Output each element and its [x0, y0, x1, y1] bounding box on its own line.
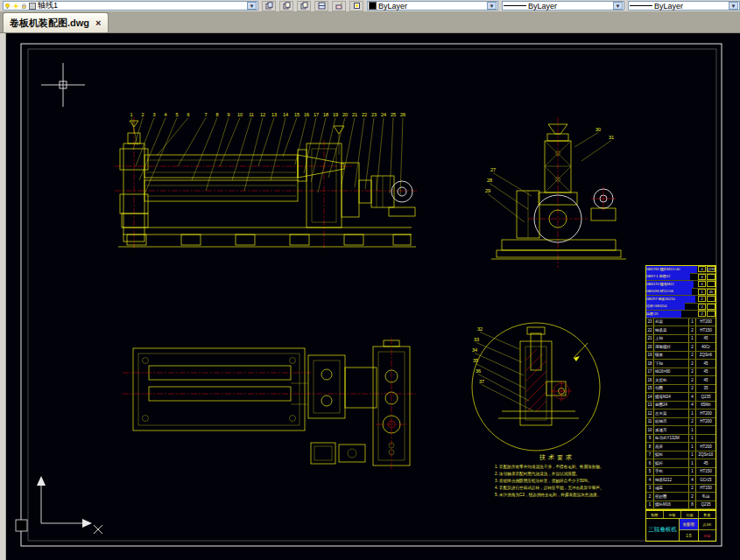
bom-row[interactable]: 4轴承62124GCr15 — [646, 476, 715, 485]
bom-row[interactable]: 3端盖2HT150 — [646, 485, 715, 494]
left-dock-strip[interactable] — [0, 33, 6, 560]
bom-highlighted-row[interactable]: 油杯 GB11542 — [646, 304, 715, 312]
bom-row[interactable]: 23机架1HT200 — [646, 318, 715, 327]
layer-dropdown[interactable]: 轴线1 ▼ — [3, 1, 258, 10]
bom-cell-mat: 45 — [696, 459, 715, 467]
bom-cell-mat: 45 — [696, 335, 715, 343]
layer-properties-button[interactable] — [262, 1, 276, 11]
bom-row[interactable]: 5手轮1HT150 — [646, 468, 715, 477]
bom-row[interactable]: 8底座1HT200 — [646, 443, 715, 452]
crosshair-cursor — [41, 63, 85, 107]
bom-row[interactable]: 14螺母M244Q235 — [646, 393, 715, 402]
bom-cell-mat: HT200 — [696, 418, 715, 426]
layer-freeze-sun-icon[interactable] — [12, 3, 19, 10]
part-callout-number: 24 — [381, 112, 386, 117]
lineweight-dropdown[interactable]: ByLayer ▼ — [628, 1, 740, 10]
bom-highlighted-text[interactable]: GB5782 螺栓M12×40 — [646, 266, 697, 273]
leader-line — [476, 343, 522, 363]
bom-row[interactable]: 6蜗杆145 — [646, 459, 715, 468]
bom-cell-seq: 8 — [646, 443, 654, 451]
make-layer-current-button[interactable] — [279, 1, 293, 11]
bom-row[interactable]: 13垫圈24465Mn — [646, 402, 715, 410]
chevron-down-icon[interactable]: ▼ — [247, 2, 257, 10]
leader-line — [475, 354, 524, 376]
bom-row[interactable]: 15挡圈235 — [646, 385, 715, 394]
bom-row[interactable]: 11联轴器2HT200 — [646, 418, 715, 427]
chevron-down-icon[interactable]: ▼ — [729, 2, 738, 10]
bom-row[interactable]: 12左支架1HT200 — [646, 410, 715, 418]
document-tab-title: 卷板机装配图.dwg — [10, 17, 89, 30]
bom-highlighted-row[interactable]: GB297 轴承302102 — [646, 296, 715, 304]
bom-cell-mat — [696, 435, 715, 443]
chevron-down-icon[interactable]: ▼ — [613, 2, 623, 10]
layer-on-bulb-icon[interactable] — [4, 3, 11, 10]
side-view-drawing — [491, 117, 626, 268]
bom-cell-mat: 65Mn — [696, 402, 715, 410]
close-icon[interactable]: × — [95, 18, 101, 28]
bom-row[interactable]: 10减速器1 — [646, 426, 715, 435]
layer-color-swatch[interactable] — [29, 3, 36, 10]
bom-cell-seq: 21 — [646, 335, 654, 343]
bom-row[interactable]: 20调整螺杆240Cr — [646, 343, 715, 352]
layer-states-button[interactable] — [314, 1, 328, 11]
drawing-doc-type[interactable]: 装配图 — [680, 519, 698, 530]
bom-row[interactable]: 19铜套2ZQSn6 — [646, 352, 715, 360]
bom-row[interactable]: 7蜗轮1ZQSn10 — [646, 452, 715, 460]
layer-previous-button[interactable] — [297, 1, 311, 11]
bom-cell-qty: 4 — [689, 402, 696, 410]
bom-highlighted-row[interactable]: GB1096 键12×56145 — [646, 289, 715, 297]
leader-line — [304, 118, 316, 174]
bom-highlighted-text[interactable]: GB6170 螺母M12 — [646, 281, 694, 288]
chevron-down-icon[interactable]: ▼ — [487, 2, 497, 10]
bom-cell-qty: 1 — [689, 459, 696, 467]
bom-cell-seq: 6 — [646, 459, 654, 467]
bom-cell-seq: 13 — [646, 402, 654, 410]
bom-cell-mat: HT150 — [696, 468, 715, 476]
bom-row[interactable]: 18下辊245 — [646, 360, 715, 368]
tech-requirement-line: 4. 装配后进行空载试运转，运转应平稳，无冲击及异常噪声。 — [495, 485, 619, 492]
bom-highlighted-text[interactable]: GB297 轴承30210 — [646, 296, 695, 303]
bom-row[interactable]: 17键16×80245 — [646, 368, 715, 377]
bom-row[interactable]: 21上辊145 — [646, 335, 715, 344]
leader-line — [490, 184, 528, 210]
bom-highlighted-row[interactable]: GB5782 螺栓M12×404Q235 — [646, 266, 715, 274]
bom-cell-seq: 15 — [646, 385, 654, 393]
part-callout-number: 32 — [477, 326, 483, 332]
bom-cell-mat: HT150 — [696, 326, 715, 334]
layer-isolate-button[interactable] — [349, 1, 363, 11]
part-callout-number: 3 — [152, 112, 155, 117]
bom-highlighted-row[interactable]: 毡圈 252 — [646, 311, 715, 318]
part-callout-number: 36 — [476, 368, 481, 374]
bom-qty-cell: 2 — [698, 296, 706, 302]
front-view-drawing — [115, 117, 418, 250]
bom-cell-qty: 2 — [689, 485, 696, 493]
bom-highlighted-text[interactable]: 油杯 GB1154 — [646, 303, 685, 310]
layer-lock-icon[interactable] — [21, 3, 27, 10]
color-dropdown[interactable]: ByLayer ▼ — [367, 1, 498, 10]
document-tab[interactable]: 卷板机装配图.dwg × — [3, 12, 109, 32]
bom-row[interactable]: 22轴承盖2HT150 — [646, 326, 715, 335]
bom-highlighted-row[interactable]: GB97.1 垫圈124 — [646, 274, 715, 282]
bom-highlighted-text[interactable]: GB97.1 垫圈12 — [646, 273, 690, 280]
bom-cell-mat: HT200 — [696, 443, 715, 451]
current-lineweight-value: ByLayer — [654, 2, 727, 10]
leader-line — [355, 118, 364, 188]
bom-cell-seq: 9 — [646, 435, 654, 443]
part-callout-number: 22 — [362, 112, 367, 117]
bom-highlighted-text[interactable]: 毡圈 25 — [646, 311, 681, 318]
part-callout-number: 33 — [474, 337, 479, 342]
bom-row[interactable]: 1螺栓M168Q235 — [646, 501, 715, 510]
drawing-area[interactable]: 1234567891011121314151617181920212223242… — [6, 33, 740, 560]
bom-row[interactable]: 9电动机Y132M1 — [646, 435, 715, 444]
bom-row[interactable]: 16大齿轮245 — [646, 376, 715, 385]
bom-cell-qty: 1 — [689, 435, 696, 443]
bom-cell-qty: 8 — [689, 501, 696, 509]
bom-highlighted-row[interactable]: GB6170 螺母M124 — [646, 281, 715, 289]
match-properties-button[interactable] — [332, 1, 346, 11]
bom-row[interactable]: 2密封圈2毛毡 — [646, 493, 715, 501]
bom-highlighted-text[interactable]: GB1096 键12×56 — [646, 288, 692, 295]
tech-requirement-line: 5. 未注倒角为C2，锐边倒钝去毛刺，外露表面涂灰色油漆。 — [495, 492, 619, 499]
linetype-dropdown[interactable]: ByLayer ▼ — [502, 1, 624, 10]
model-space-canvas[interactable]: 1234567891011121314151617181920212223242… — [6, 33, 740, 560]
bom-cell-qty: 1 — [689, 426, 696, 434]
